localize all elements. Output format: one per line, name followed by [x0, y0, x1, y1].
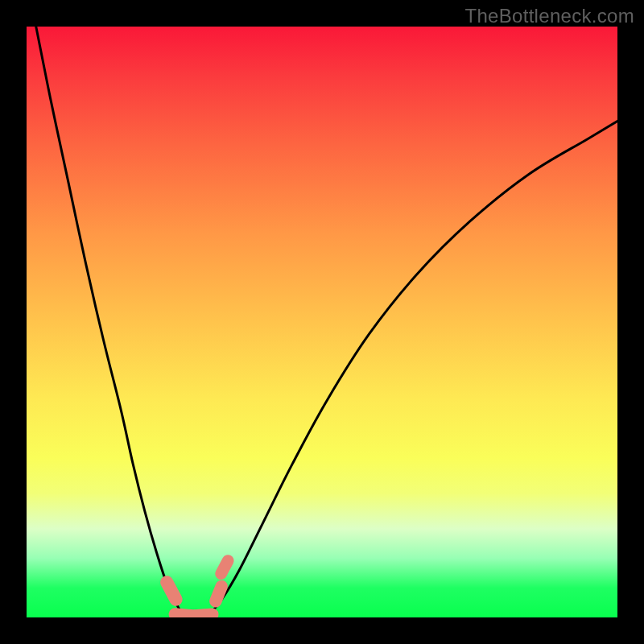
watermark-text: TheBottleneck.com	[464, 5, 634, 27]
plot-area	[27, 27, 617, 617]
chart-frame: TheBottleneck.com	[0, 0, 644, 644]
bottleneck-curve	[36, 27, 617, 617]
curve-svg	[27, 27, 617, 617]
marker-4	[213, 553, 236, 582]
marker-2	[188, 608, 219, 617]
curve-path	[36, 27, 617, 617]
marker-0	[158, 573, 184, 608]
marker-group	[158, 553, 236, 617]
